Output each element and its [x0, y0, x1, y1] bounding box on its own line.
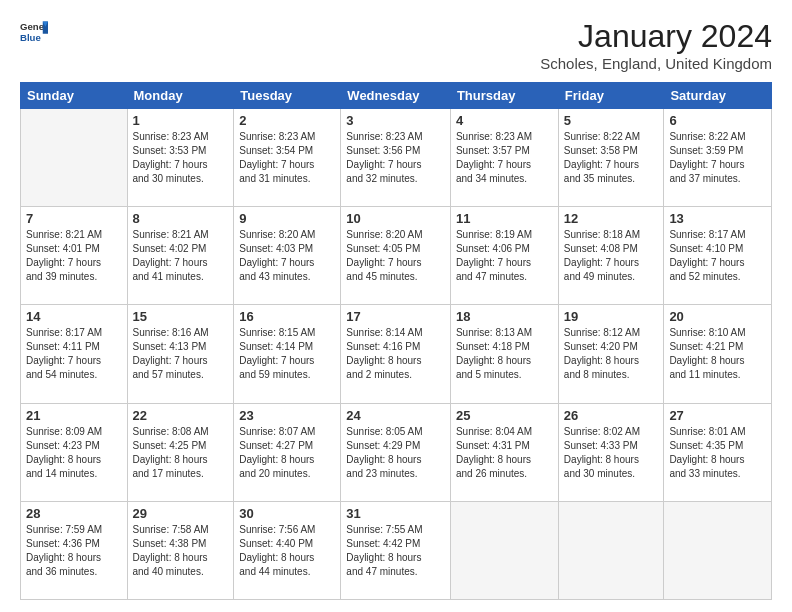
cell-line: and 36 minutes.: [26, 565, 122, 579]
calendar-header: Sunday Monday Tuesday Wednesday Thursday…: [21, 83, 772, 109]
day-number: 23: [239, 408, 335, 423]
cell-line: Sunrise: 8:07 AM: [239, 425, 335, 439]
table-cell: 17Sunrise: 8:14 AMSunset: 4:16 PMDayligh…: [341, 305, 451, 403]
cell-line: Sunrise: 8:23 AM: [456, 130, 553, 144]
cell-line: Sunrise: 8:17 AM: [669, 228, 766, 242]
cell-line: Sunset: 4:31 PM: [456, 439, 553, 453]
col-friday: Friday: [558, 83, 664, 109]
day-number: 9: [239, 211, 335, 226]
cell-line: Sunrise: 8:01 AM: [669, 425, 766, 439]
cell-line: Sunrise: 8:23 AM: [346, 130, 445, 144]
cell-line: and 54 minutes.: [26, 368, 122, 382]
table-cell: 21Sunrise: 8:09 AMSunset: 4:23 PMDayligh…: [21, 403, 128, 501]
table-cell: 25Sunrise: 8:04 AMSunset: 4:31 PMDayligh…: [450, 403, 558, 501]
calendar-row: 1Sunrise: 8:23 AMSunset: 3:53 PMDaylight…: [21, 109, 772, 207]
cell-line: Sunrise: 8:21 AM: [26, 228, 122, 242]
day-number: 25: [456, 408, 553, 423]
table-cell: 7Sunrise: 8:21 AMSunset: 4:01 PMDaylight…: [21, 207, 128, 305]
table-cell: 8Sunrise: 8:21 AMSunset: 4:02 PMDaylight…: [127, 207, 234, 305]
cell-line: Sunset: 4:25 PM: [133, 439, 229, 453]
cell-line: Sunrise: 8:19 AM: [456, 228, 553, 242]
cell-line: Sunrise: 7:56 AM: [239, 523, 335, 537]
day-number: 20: [669, 309, 766, 324]
cell-line: Daylight: 8 hours: [346, 453, 445, 467]
cell-line: Sunset: 3:53 PM: [133, 144, 229, 158]
day-number: 31: [346, 506, 445, 521]
cell-line: Sunrise: 8:18 AM: [564, 228, 659, 242]
table-cell: 11Sunrise: 8:19 AMSunset: 4:06 PMDayligh…: [450, 207, 558, 305]
cell-line: Daylight: 7 hours: [669, 158, 766, 172]
cell-line: Sunrise: 8:08 AM: [133, 425, 229, 439]
cell-line: Sunset: 4:13 PM: [133, 340, 229, 354]
day-number: 13: [669, 211, 766, 226]
cell-line: Sunset: 4:16 PM: [346, 340, 445, 354]
cell-line: Daylight: 8 hours: [564, 354, 659, 368]
cell-line: Daylight: 8 hours: [564, 453, 659, 467]
cell-line: Sunrise: 8:12 AM: [564, 326, 659, 340]
cell-line: and 17 minutes.: [133, 467, 229, 481]
cell-line: Sunrise: 8:22 AM: [669, 130, 766, 144]
calendar-row: 14Sunrise: 8:17 AMSunset: 4:11 PMDayligh…: [21, 305, 772, 403]
cell-line: Daylight: 8 hours: [133, 453, 229, 467]
cell-line: Daylight: 8 hours: [26, 453, 122, 467]
cell-line: Sunset: 4:20 PM: [564, 340, 659, 354]
table-cell: [21, 109, 128, 207]
cell-line: Sunrise: 8:10 AM: [669, 326, 766, 340]
day-number: 28: [26, 506, 122, 521]
day-number: 26: [564, 408, 659, 423]
table-cell: 10Sunrise: 8:20 AMSunset: 4:05 PMDayligh…: [341, 207, 451, 305]
table-cell: [664, 501, 772, 599]
cell-line: Sunset: 4:08 PM: [564, 242, 659, 256]
cell-line: Daylight: 7 hours: [239, 158, 335, 172]
cell-line: and 30 minutes.: [564, 467, 659, 481]
cell-line: Daylight: 8 hours: [669, 354, 766, 368]
day-number: 11: [456, 211, 553, 226]
cell-line: and 34 minutes.: [456, 172, 553, 186]
cell-line: Daylight: 7 hours: [239, 256, 335, 270]
cell-line: Sunrise: 8:21 AM: [133, 228, 229, 242]
cell-line: Sunset: 4:06 PM: [456, 242, 553, 256]
table-cell: 26Sunrise: 8:02 AMSunset: 4:33 PMDayligh…: [558, 403, 664, 501]
table-cell: 1Sunrise: 8:23 AMSunset: 3:53 PMDaylight…: [127, 109, 234, 207]
table-cell: 27Sunrise: 8:01 AMSunset: 4:35 PMDayligh…: [664, 403, 772, 501]
cell-line: Daylight: 8 hours: [456, 354, 553, 368]
cell-line: and 26 minutes.: [456, 467, 553, 481]
cell-line: Sunset: 4:02 PM: [133, 242, 229, 256]
cell-line: Daylight: 7 hours: [346, 256, 445, 270]
title-block: January 2024 Scholes, England, United Ki…: [540, 18, 772, 72]
calendar-body: 1Sunrise: 8:23 AMSunset: 3:53 PMDaylight…: [21, 109, 772, 600]
cell-line: and 5 minutes.: [456, 368, 553, 382]
cell-line: Sunrise: 8:22 AM: [564, 130, 659, 144]
cell-line: and 39 minutes.: [26, 270, 122, 284]
cell-line: Sunrise: 7:58 AM: [133, 523, 229, 537]
cell-line: Daylight: 8 hours: [346, 354, 445, 368]
table-cell: 2Sunrise: 8:23 AMSunset: 3:54 PMDaylight…: [234, 109, 341, 207]
day-number: 16: [239, 309, 335, 324]
cell-line: Sunrise: 7:55 AM: [346, 523, 445, 537]
table-cell: 30Sunrise: 7:56 AMSunset: 4:40 PMDayligh…: [234, 501, 341, 599]
cell-line: Sunrise: 8:02 AM: [564, 425, 659, 439]
cell-line: Sunset: 4:42 PM: [346, 537, 445, 551]
table-cell: 20Sunrise: 8:10 AMSunset: 4:21 PMDayligh…: [664, 305, 772, 403]
table-cell: [558, 501, 664, 599]
cell-line: and 45 minutes.: [346, 270, 445, 284]
table-cell: 9Sunrise: 8:20 AMSunset: 4:03 PMDaylight…: [234, 207, 341, 305]
cell-line: Sunrise: 8:15 AM: [239, 326, 335, 340]
cell-line: Sunrise: 8:13 AM: [456, 326, 553, 340]
cell-line: Daylight: 8 hours: [26, 551, 122, 565]
cell-line: Daylight: 7 hours: [564, 256, 659, 270]
cell-line: Sunrise: 8:04 AM: [456, 425, 553, 439]
day-number: 21: [26, 408, 122, 423]
cell-line: Daylight: 7 hours: [346, 158, 445, 172]
cell-line: Daylight: 8 hours: [669, 453, 766, 467]
cell-line: and 52 minutes.: [669, 270, 766, 284]
logo-icon: General Blue: [20, 18, 48, 46]
col-saturday: Saturday: [664, 83, 772, 109]
svg-text:Blue: Blue: [20, 32, 41, 43]
cell-line: and 20 minutes.: [239, 467, 335, 481]
cell-line: Sunset: 4:10 PM: [669, 242, 766, 256]
table-cell: 18Sunrise: 8:13 AMSunset: 4:18 PMDayligh…: [450, 305, 558, 403]
table-cell: 28Sunrise: 7:59 AMSunset: 4:36 PMDayligh…: [21, 501, 128, 599]
day-number: 6: [669, 113, 766, 128]
cell-line: Daylight: 7 hours: [456, 158, 553, 172]
